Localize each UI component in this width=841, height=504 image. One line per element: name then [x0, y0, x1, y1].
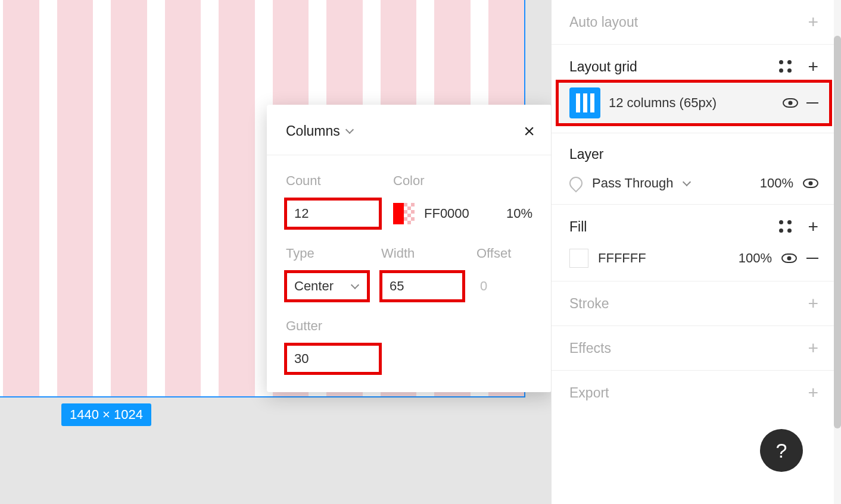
add-effect-button[interactable]: + [808, 339, 818, 357]
export-section: Export + [552, 371, 836, 415]
add-auto-layout-button[interactable]: + [808, 13, 818, 31]
width-label: Width [381, 246, 463, 261]
grid-row-label: 12 columns (65px) [609, 95, 774, 111]
gutter-label: Gutter [286, 318, 380, 334]
type-label: Type [286, 246, 368, 261]
frame-dimensions-badge: 1440 × 1024 [61, 403, 151, 426]
add-fill-button[interactable]: + [808, 218, 818, 236]
type-dropdown[interactable]: Center [286, 272, 368, 300]
close-button[interactable]: × [524, 121, 535, 140]
remove-grid-button[interactable] [806, 102, 818, 104]
properties-sidebar: Auto layout + Layout grid + 12 columns (… [551, 0, 836, 504]
toggle-grid-visibility-button[interactable] [783, 98, 798, 108]
chevron-down-icon [351, 282, 360, 290]
layout-grid-title: Layout grid [569, 59, 637, 75]
layout-grid-section: Layout grid + 12 columns (65px) [552, 45, 836, 133]
offset-input: 0 [476, 272, 548, 300]
add-export-button[interactable]: + [808, 384, 818, 402]
effects-title: Effects [569, 340, 611, 356]
columns-grid-icon [569, 87, 600, 118]
add-stroke-button[interactable]: + [808, 295, 818, 312]
color-opacity-input[interactable]: 10% [506, 206, 532, 221]
auto-layout-section: Auto layout + [552, 0, 836, 45]
fill-visibility-button[interactable] [781, 253, 797, 263]
count-input[interactable]: 12 [286, 199, 380, 228]
grid-type-dropdown[interactable]: Columns [286, 123, 354, 139]
gutter-input[interactable]: 30 [286, 345, 380, 373]
layer-opacity-input[interactable]: 100% [760, 176, 793, 191]
layout-grid-settings-popup: Columns × Count 12 Color FF0000 10% [267, 105, 552, 392]
scrollbar-track[interactable] [834, 0, 841, 504]
blend-mode-icon [566, 174, 585, 192]
fill-section: Fill + FFFFFF 100% [552, 205, 836, 281]
help-button[interactable]: ? [760, 429, 803, 472]
offset-label: Offset [476, 246, 548, 261]
scrollbar-thumb[interactable] [834, 36, 841, 428]
blend-mode-dropdown[interactable]: Pass Through [592, 176, 674, 191]
remove-fill-button[interactable] [806, 258, 818, 259]
fill-styles-button[interactable] [779, 220, 792, 233]
fill-opacity-input[interactable]: 100% [739, 251, 772, 266]
fill-title: Fill [569, 219, 587, 235]
fill-hex-input[interactable]: FFFFFF [598, 251, 646, 266]
chevron-down-icon [346, 127, 354, 135]
add-grid-button[interactable]: + [808, 58, 818, 76]
effects-section: Effects + [552, 326, 836, 371]
width-input[interactable]: 65 [381, 272, 463, 300]
color-hex-input[interactable]: FF0000 [424, 206, 469, 221]
layout-grid-row[interactable]: 12 columns (65px) [557, 82, 830, 124]
count-label: Count [286, 173, 380, 189]
export-title: Export [569, 385, 609, 401]
layer-visibility-button[interactable] [803, 179, 818, 188]
grid-styles-button[interactable] [779, 60, 792, 73]
fill-swatch[interactable] [569, 249, 588, 268]
layer-section: Layer Pass Through 100% [552, 133, 836, 205]
stroke-title: Stroke [569, 296, 609, 312]
color-label: Color [393, 173, 532, 189]
color-swatch[interactable] [393, 203, 415, 224]
auto-layout-title: Auto layout [569, 14, 638, 30]
chevron-down-icon [683, 179, 692, 187]
popup-title-text: Columns [286, 123, 340, 139]
stroke-section: Stroke + [552, 281, 836, 326]
layer-title: Layer [569, 146, 604, 162]
